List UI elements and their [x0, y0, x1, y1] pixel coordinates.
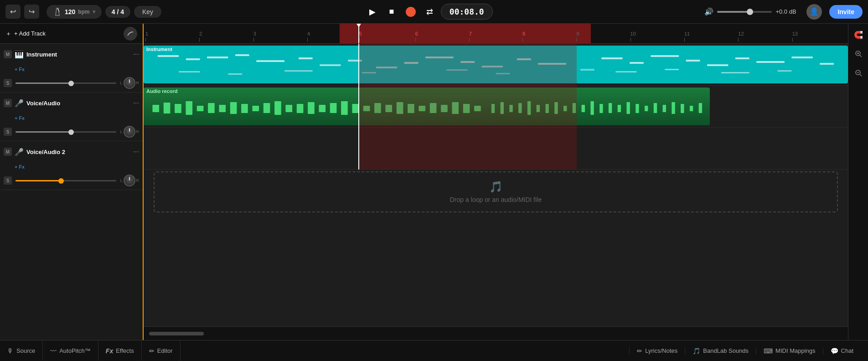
svg-rect-97: [681, 104, 684, 113]
track-more-button-instrument[interactable]: ···: [133, 50, 139, 58]
svg-rect-7: [299, 57, 313, 59]
svg-rect-59: [397, 102, 403, 114]
play-button[interactable]: ▶: [364, 4, 381, 20]
svg-rect-44: [230, 102, 237, 114]
magnet-tool-button[interactable]: 🧲: [851, 27, 866, 42]
svg-rect-77: [500, 102, 503, 114]
bottom-effects[interactable]: Fx Effects: [98, 340, 142, 361]
midi-notes-svg: [144, 53, 848, 80]
svg-rect-30: [362, 72, 376, 73]
svg-rect-46: [252, 106, 259, 111]
chat-icon: 💬: [831, 347, 838, 355]
clip-instrument-label: Instrument: [144, 46, 848, 53]
avatar[interactable]: 👤: [806, 4, 822, 20]
pan-knob-instrument[interactable]: L R: [120, 77, 139, 89]
bottom-bandlab-sounds[interactable]: 🎵 BandLab Sounds: [685, 347, 756, 355]
instrument-icon: 🎹: [15, 50, 24, 59]
svg-rect-41: [197, 106, 204, 111]
svg-rect-20: [651, 55, 679, 57]
timeline-area: 1 2 3 4 5 6 7 8 9 10 11 12 13: [144, 24, 848, 340]
track-more-button-voice[interactable]: ···: [133, 99, 139, 107]
horizontal-scrollbar[interactable]: [149, 332, 204, 335]
mute-button-instrument[interactable]: M: [4, 50, 12, 58]
tempo-display[interactable]: 120 bpm ▾: [46, 5, 102, 19]
ruler-mark-2: 2: [199, 31, 202, 41]
automation-button[interactable]: [124, 27, 137, 41]
bottom-editor[interactable]: ✏ Editor: [142, 340, 181, 361]
svg-rect-18: [601, 57, 622, 59]
tracks-scroll[interactable]: Instrument: [144, 44, 848, 326]
volume-slider[interactable]: [717, 11, 772, 13]
volume-slider-voice2[interactable]: [16, 180, 116, 181]
mute-button-voice[interactable]: M: [4, 99, 12, 107]
svg-rect-13: [460, 61, 475, 63]
bottom-lyrics[interactable]: ✏ Lyrics/Notes: [629, 347, 685, 355]
record-button[interactable]: [403, 4, 419, 20]
timeline-ruler[interactable]: 1 2 3 4 5 6 7 8 9 10 11 12 13: [144, 24, 848, 44]
bandlab-sounds-icon: 🎵: [692, 347, 700, 355]
svg-rect-63: [441, 105, 448, 112]
autopitch-icon: 〰: [50, 347, 57, 355]
svg-rect-58: [385, 105, 392, 112]
svg-rect-24: [756, 61, 785, 63]
svg-rect-79: [518, 103, 522, 113]
timeline-bottom: [144, 326, 848, 340]
time-signature[interactable]: 4 / 4: [105, 6, 130, 18]
ruler-numbers: 1 2 3 4 5 6 7 8 9 10 11 12 13: [145, 24, 846, 41]
bottom-chat[interactable]: 💬 Chat: [823, 347, 861, 355]
invite-button[interactable]: Invite: [829, 5, 863, 19]
bottom-midi-mappings[interactable]: ⌨ MIDI Mappings: [756, 347, 822, 355]
svg-rect-32: [496, 73, 510, 74]
ruler-mark-12: 12: [738, 31, 744, 41]
redo-button[interactable]: ↪: [24, 5, 39, 19]
db-display: +0.0 dB: [775, 8, 803, 15]
volume-slider-instrument[interactable]: [16, 83, 116, 84]
svg-rect-50: [297, 104, 304, 113]
solo-button-voice2[interactable]: S: [4, 176, 12, 185]
track-lane-instrument[interactable]: Instrument: [144, 44, 848, 86]
volume-slider-voice[interactable]: [16, 131, 116, 133]
loop-button[interactable]: ⇄: [422, 4, 438, 20]
clip-instrument[interactable]: Instrument: [144, 46, 848, 83]
track-controls-instrument: S L R: [0, 74, 143, 92]
svg-rect-12: [425, 57, 454, 58]
mute-button-voice2[interactable]: M: [4, 148, 12, 156]
track-lane-audio[interactable]: Audio record: [144, 86, 848, 128]
key-button[interactable]: Key: [134, 6, 161, 18]
bottom-source[interactable]: 🎙 Source: [7, 340, 43, 361]
svg-rect-56: [363, 106, 370, 111]
bottom-autopitch[interactable]: 〰 AutoPitch™: [43, 340, 98, 361]
source-icon: 🎙: [7, 347, 14, 355]
undo-button[interactable]: ↩: [5, 5, 21, 19]
svg-rect-25: [791, 57, 812, 58]
waveform-svg-2: [485, 96, 710, 121]
voice-icon: 🎤: [15, 99, 24, 108]
track-lane-audio2[interactable]: [144, 128, 848, 170]
drop-zone[interactable]: 🎵 Drop a loop or an audio/MIDI file: [154, 171, 838, 212]
svg-rect-49: [285, 105, 292, 112]
svg-marker-0: [56, 8, 59, 15]
track-fx-voice: + Fx: [0, 113, 143, 123]
solo-button-voice[interactable]: S: [4, 128, 12, 136]
fx-label-voice2[interactable]: + Fx: [15, 164, 25, 170]
svg-rect-54: [341, 101, 348, 115]
clip-audio-2[interactable]: [485, 88, 710, 125]
zoom-in-button[interactable]: [851, 46, 866, 61]
time-display: 00:08.0: [441, 4, 493, 20]
add-track-button[interactable]: ＋ + Add Track: [5, 30, 46, 38]
bottombar: 🎙 Source 〰 AutoPitch™ Fx Effects ✏ Edito…: [0, 340, 868, 361]
svg-rect-81: [536, 105, 539, 112]
track-name-instrument: Instrument: [26, 51, 130, 58]
zoom-out-button[interactable]: [851, 66, 866, 80]
pan-knob-voice[interactable]: L R: [120, 126, 139, 138]
stop-button[interactable]: ■: [383, 4, 400, 20]
track-more-button-voice2[interactable]: ···: [133, 148, 139, 156]
fx-label-voice[interactable]: + Fx: [15, 115, 25, 121]
solo-button-instrument[interactable]: S: [4, 79, 12, 87]
svg-rect-84: [563, 106, 567, 111]
track-item: M 🎤 Voice/Audio ··· + Fx S L: [0, 93, 143, 141]
pan-knob-voice2[interactable]: L R: [120, 175, 139, 186]
fx-label-instrument[interactable]: + Fx: [15, 67, 25, 72]
midi-mappings-icon: ⌨: [764, 347, 773, 355]
track-name-voice2: Voice/Audio 2: [26, 149, 130, 155]
